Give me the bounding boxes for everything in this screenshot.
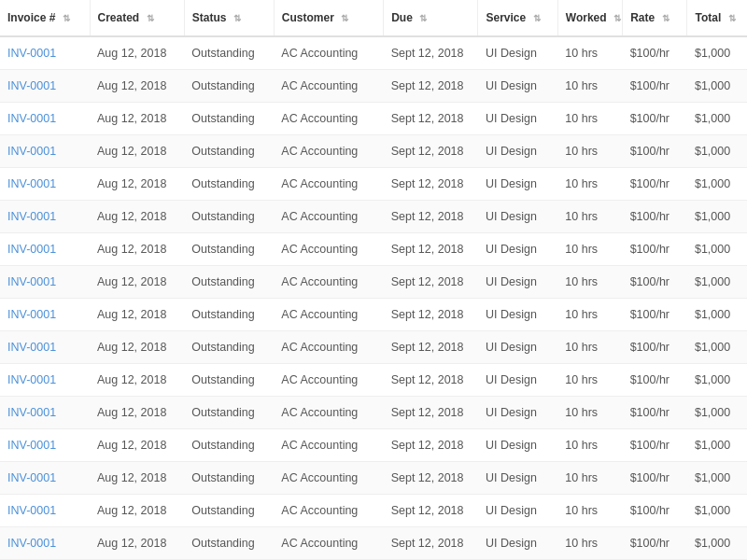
cell-worked: 10 hrs	[557, 103, 622, 135]
cell-worked: 10 hrs	[557, 135, 622, 168]
cell-worked: 10 hrs	[557, 299, 622, 331]
cell-status: Outstanding	[184, 364, 274, 397]
cell-invoice[interactable]: INV-0001	[0, 70, 90, 103]
cell-rate: $100/hr	[623, 527, 687, 560]
invoice-link[interactable]: INV-0001	[7, 177, 56, 190]
cell-created: Aug 12, 2018	[90, 527, 184, 560]
cell-created: Aug 12, 2018	[90, 135, 184, 168]
cell-status: Outstanding	[184, 527, 274, 560]
cell-worked: 10 hrs	[557, 364, 622, 397]
col-header-service[interactable]: Service ⇅	[478, 0, 557, 36]
cell-invoice[interactable]: INV-0001	[0, 135, 90, 168]
cell-status: Outstanding	[184, 36, 274, 70]
invoice-link[interactable]: INV-0001	[7, 406, 56, 419]
cell-due: Sept 12, 2018	[384, 429, 478, 462]
col-header-invoice[interactable]: Invoice # ⇅	[0, 0, 90, 36]
cell-status: Outstanding	[184, 168, 274, 201]
cell-customer: AC Accounting	[274, 462, 383, 495]
cell-created: Aug 12, 2018	[90, 70, 184, 103]
sort-icon-customer: ⇅	[341, 13, 348, 23]
cell-invoice[interactable]: INV-0001	[0, 201, 90, 233]
invoice-link[interactable]: INV-0001	[7, 275, 56, 288]
cell-customer: AC Accounting	[274, 266, 383, 299]
cell-invoice[interactable]: INV-0001	[0, 103, 90, 135]
sort-icon-worked: ⇅	[613, 13, 621, 23]
invoice-link[interactable]: INV-0001	[7, 145, 56, 158]
table-row: INV-0001Aug 12, 2018OutstandingAC Accoun…	[0, 331, 747, 364]
cell-rate: $100/hr	[623, 429, 687, 462]
cell-due: Sept 12, 2018	[384, 331, 478, 364]
cell-service: UI Design	[478, 331, 557, 364]
cell-invoice[interactable]: INV-0001	[0, 364, 90, 397]
invoice-table-container[interactable]: Invoice # ⇅ Created ⇅ Status ⇅ Customer …	[0, 0, 747, 560]
col-header-status[interactable]: Status ⇅	[184, 0, 274, 36]
cell-total: $1,000	[687, 331, 747, 364]
invoice-link[interactable]: INV-0001	[7, 341, 56, 354]
cell-created: Aug 12, 2018	[90, 266, 184, 299]
col-header-customer[interactable]: Customer ⇅	[274, 0, 383, 36]
cell-worked: 10 hrs	[557, 397, 622, 429]
cell-invoice[interactable]: INV-0001	[0, 233, 90, 266]
col-header-rate[interactable]: Rate ⇅	[623, 0, 687, 36]
invoice-link[interactable]: INV-0001	[7, 210, 56, 223]
cell-status: Outstanding	[184, 397, 274, 429]
col-header-due[interactable]: Due ⇅	[384, 0, 478, 36]
invoice-link[interactable]: INV-0001	[7, 112, 56, 125]
invoice-link[interactable]: INV-0001	[7, 537, 56, 550]
cell-invoice[interactable]: INV-0001	[0, 36, 90, 70]
cell-total: $1,000	[687, 103, 747, 135]
cell-customer: AC Accounting	[274, 70, 383, 103]
cell-created: Aug 12, 2018	[90, 201, 184, 233]
table-row: INV-0001Aug 12, 2018OutstandingAC Accoun…	[0, 462, 747, 495]
sort-icon-service: ⇅	[533, 13, 541, 23]
cell-total: $1,000	[687, 135, 747, 168]
cell-worked: 10 hrs	[557, 527, 622, 560]
cell-invoice[interactable]: INV-0001	[0, 397, 90, 429]
invoice-link[interactable]: INV-0001	[7, 243, 56, 256]
invoice-link[interactable]: INV-0001	[7, 471, 56, 484]
cell-total: $1,000	[687, 299, 747, 331]
invoice-link[interactable]: INV-0001	[7, 47, 56, 60]
cell-rate: $100/hr	[623, 168, 687, 201]
cell-service: UI Design	[478, 495, 557, 527]
cell-created: Aug 12, 2018	[90, 462, 184, 495]
cell-invoice[interactable]: INV-0001	[0, 527, 90, 560]
cell-rate: $100/hr	[623, 364, 687, 397]
cell-invoice[interactable]: INV-0001	[0, 266, 90, 299]
cell-service: UI Design	[478, 462, 557, 495]
invoice-table: Invoice # ⇅ Created ⇅ Status ⇅ Customer …	[0, 0, 747, 560]
table-row: INV-0001Aug 12, 2018OutstandingAC Accoun…	[0, 103, 747, 135]
cell-invoice[interactable]: INV-0001	[0, 168, 90, 201]
cell-total: $1,000	[687, 201, 747, 233]
invoice-link[interactable]: INV-0001	[7, 373, 56, 386]
cell-invoice[interactable]: INV-0001	[0, 462, 90, 495]
cell-customer: AC Accounting	[274, 495, 383, 527]
cell-invoice[interactable]: INV-0001	[0, 299, 90, 331]
cell-invoice[interactable]: INV-0001	[0, 495, 90, 527]
col-header-total[interactable]: Total ⇅	[687, 0, 747, 36]
col-label-worked: Worked	[566, 11, 607, 24]
cell-status: Outstanding	[184, 233, 274, 266]
invoice-link[interactable]: INV-0001	[7, 439, 56, 452]
cell-due: Sept 12, 2018	[384, 266, 478, 299]
cell-status: Outstanding	[184, 495, 274, 527]
col-header-created[interactable]: Created ⇅	[90, 0, 184, 36]
cell-customer: AC Accounting	[274, 135, 383, 168]
sort-icon-status: ⇅	[233, 13, 241, 23]
invoice-link[interactable]: INV-0001	[7, 79, 56, 92]
cell-customer: AC Accounting	[274, 103, 383, 135]
cell-rate: $100/hr	[623, 233, 687, 266]
cell-due: Sept 12, 2018	[384, 462, 478, 495]
cell-rate: $100/hr	[623, 299, 687, 331]
table-row: INV-0001Aug 12, 2018OutstandingAC Accoun…	[0, 364, 747, 397]
invoice-link[interactable]: INV-0001	[7, 308, 56, 321]
cell-customer: AC Accounting	[274, 233, 383, 266]
cell-created: Aug 12, 2018	[90, 36, 184, 70]
col-header-worked[interactable]: Worked ⇅	[557, 0, 622, 36]
cell-customer: AC Accounting	[274, 168, 383, 201]
cell-invoice[interactable]: INV-0001	[0, 429, 90, 462]
col-label-customer: Customer	[282, 11, 334, 24]
cell-invoice[interactable]: INV-0001	[0, 331, 90, 364]
invoice-link[interactable]: INV-0001	[7, 504, 56, 517]
cell-service: UI Design	[478, 397, 557, 429]
